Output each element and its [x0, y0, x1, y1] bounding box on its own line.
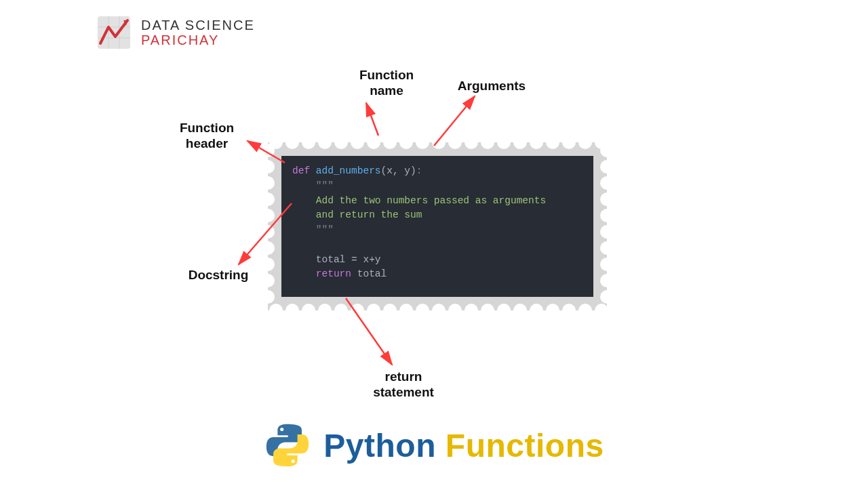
brand-logo: DATA SCIENCE PARICHAY: [95, 14, 255, 52]
svg-point-12: [292, 460, 295, 463]
stamp-scallop: [351, 304, 364, 317]
stamp-scallop: [261, 225, 275, 239]
stamp-scallop: [562, 304, 576, 317]
stamp-scallop: [261, 290, 275, 304]
code-triple-quote-open: """: [316, 180, 334, 191]
stamp-scallop: [530, 136, 543, 149]
code-def-keyword: def: [292, 165, 310, 176]
stamp-scallop: [383, 136, 397, 149]
stamp-scallop: [261, 160, 275, 174]
code-triple-quote-close: """: [316, 224, 334, 235]
stamp-scallop: [546, 136, 559, 149]
stamp-scallop: [600, 258, 614, 271]
label-return-statement: returnstatement: [356, 369, 451, 401]
stamp-scallop: [432, 304, 446, 317]
code-block: def add_numbers(x, y): """ Add the two n…: [281, 156, 593, 297]
svg-point-11: [281, 428, 284, 431]
stamp-scallop: [416, 136, 429, 149]
stamp-scallop: [600, 225, 614, 239]
stamp-scallop: [285, 304, 299, 317]
brand-line1: DATA SCIENCE: [141, 18, 255, 33]
stamp-scallop: [318, 136, 332, 149]
title-word1: Python: [323, 428, 436, 464]
stamp-scallop: [367, 136, 380, 149]
code-stamp: def add_numbers(x, y): """ Add the two n…: [268, 142, 607, 310]
stamp-scallop: [302, 304, 315, 317]
stamp-scallop: [600, 176, 614, 190]
stamp-scallop: [399, 136, 413, 149]
brand-text: DATA SCIENCE PARICHAY: [141, 18, 255, 47]
label-function-name: Functionname: [346, 68, 427, 99]
stamp-scallop: [367, 304, 380, 317]
stamp-scallop: [261, 241, 275, 255]
stamp-scallop: [497, 304, 511, 317]
svg-line-6: [366, 103, 378, 136]
label-docstring: Docstring: [178, 268, 259, 283]
code-return-keyword: return: [316, 268, 351, 279]
title-text: Python Functions: [323, 427, 604, 464]
stamp-scallop: [448, 304, 462, 317]
stamp-scallop: [399, 304, 413, 317]
code-params: (x, y): [381, 165, 416, 176]
stamp-scallop: [530, 304, 543, 317]
stamp-scallop: [334, 304, 348, 317]
stamp-scallop: [465, 136, 478, 149]
stamp-scallop: [383, 304, 397, 317]
stamp-scallop: [416, 304, 429, 317]
stamp-scallop: [432, 136, 446, 149]
stamp-scallop: [600, 160, 614, 174]
stamp-scallop: [578, 136, 592, 149]
stamp-scallop: [481, 304, 494, 317]
code-doc-line2: and return the sum: [316, 209, 422, 220]
stamp-scallop: [261, 274, 275, 287]
stamp-scallop: [261, 176, 275, 190]
stamp-scallop: [318, 304, 332, 317]
page-title: Python Functions: [0, 422, 868, 469]
stamp-scallop: [600, 209, 614, 222]
stamp-scallop: [465, 304, 478, 317]
code-assign-right: x+y: [363, 254, 380, 265]
stamp-scallop: [600, 192, 614, 206]
code-colon: :: [416, 165, 422, 176]
stamp-scallop: [351, 136, 364, 149]
stamp-scallop: [562, 136, 576, 149]
stamp-scallop: [261, 258, 275, 271]
stamp-scallop: [334, 136, 348, 149]
stamp-scallop: [261, 144, 275, 157]
python-icon: [264, 422, 311, 469]
code-return-val: total: [351, 268, 387, 279]
stamp-scallop: [497, 136, 511, 149]
stamp-scallop: [448, 136, 462, 149]
stamp-scallop: [595, 304, 608, 317]
stamp-scallop: [513, 136, 527, 149]
stamp-scallop: [261, 209, 275, 222]
stamp-scallop: [269, 304, 283, 317]
stamp-scallop: [302, 136, 315, 149]
code-function-name: add_numbers: [316, 165, 381, 176]
stamp-scallop: [600, 274, 614, 287]
stamp-scallop: [600, 290, 614, 304]
stamp-scallop: [600, 144, 614, 157]
stamp-scallop: [513, 304, 527, 317]
brand-line2: PARICHAY: [141, 33, 255, 47]
chart-icon: [95, 14, 133, 52]
stamp-scallop: [481, 136, 494, 149]
code-assign-eq: =: [345, 254, 363, 265]
code-doc-line1: Add the two numbers passed as arguments: [316, 195, 546, 206]
stamp-scallop: [261, 192, 275, 206]
label-function-header: Functionheader: [166, 121, 248, 152]
stamp-scallop: [285, 136, 299, 149]
label-arguments: Arguments: [451, 79, 532, 94]
stamp-scallop: [600, 241, 614, 255]
code-assign-left: total: [316, 254, 346, 265]
title-word2: Functions: [446, 428, 604, 464]
stamp-scallop: [578, 304, 592, 317]
stamp-scallop: [546, 304, 559, 317]
